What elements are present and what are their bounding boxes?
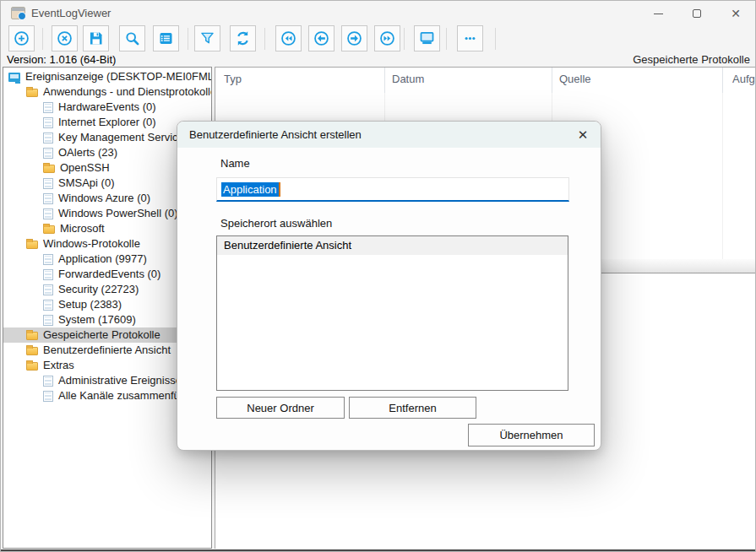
tree-item[interactable]: HardwareEvents (0) [3,100,211,115]
tree-item-label: Security (22723) [58,282,139,297]
window-bottom-border [1,549,755,551]
computer-icon [418,30,436,47]
toolbar-separator [42,28,43,50]
log-icon [43,193,53,204]
search-button[interactable] [119,25,145,51]
close-button[interactable]: ✕ [716,1,755,26]
column-header-quelle[interactable]: Quelle [559,73,591,85]
name-label: Name [220,157,250,170]
details-button[interactable] [153,25,179,51]
add-circle-icon [13,30,30,47]
tree-item-label: OAlerts (23) [58,145,117,160]
tree-item-label: ForwardedEvents (0) [58,267,160,282]
tree-item-label: Windows Azure (0) [58,191,150,206]
list-header: Typ Datum Quelle Aufgabenkategorie [215,68,756,93]
tree-item-label: Setup (2383) [58,297,122,312]
log-icon [43,102,53,113]
app-icon [11,7,25,19]
minimize-button[interactable] [639,1,677,26]
name-input[interactable]: Application [216,177,569,202]
folder-icon [26,332,38,340]
log-icon [43,117,53,128]
tree-item-label: System (17609) [58,312,136,327]
skip-forward-icon [378,30,396,47]
app-window: EventLogViewer ✕ [0,0,756,552]
more-icon [461,30,479,47]
toolbar-separator [404,28,405,50]
toolbar [1,25,755,53]
column-separator[interactable] [384,68,385,93]
log-icon [43,376,53,387]
status-row: Version: 1.016 (64-Bit) Gespeicherte Pro… [7,53,750,67]
maximize-button[interactable] [677,1,716,26]
log-icon [43,178,53,189]
version-label: Version: 1.016 (64-Bit) [7,53,116,66]
skip-forward-button[interactable] [374,25,400,51]
filter-button[interactable] [194,25,220,51]
window-title: EventLogViewer [31,7,111,19]
log-icon [43,133,53,143]
name-input-selected-text: Application [221,182,279,197]
tree-item-label: Windows-Protokolle [43,236,140,252]
tree-item-label: Application (9977) [58,252,147,267]
skip-back-button[interactable] [275,25,302,51]
dialog-title: Benutzerdefinierte Ansicht erstellen [189,128,362,141]
new-folder-button[interactable]: Neuer Ordner [216,397,345,419]
apply-button[interactable]: Übernehmen [468,424,595,446]
folder-icon [26,347,38,355]
tree-item-label: Benutzerdefinierte Ansicht [43,343,171,358]
tree-item-label: Microsoft [60,221,105,236]
refresh-icon [234,30,252,47]
refresh-button[interactable] [230,25,256,51]
skip-back-icon [280,30,297,47]
log-icon [43,269,53,280]
column-separator[interactable] [722,68,723,93]
folder-icon [26,362,38,371]
close-circle-icon [56,30,73,47]
log-icon [43,300,53,311]
tree-item-label: SMSApi (0) [58,176,114,191]
tree-item-label: HardwareEvents (0) [58,100,156,115]
more-button[interactable] [457,25,483,51]
log-icon [43,391,53,402]
close-log-button[interactable] [52,25,78,51]
save-button[interactable] [83,25,109,51]
column-separator[interactable] [552,68,552,93]
dialog-close-button[interactable]: ✕ [572,125,594,145]
toolbar-separator [446,28,447,50]
column-header-datum[interactable]: Datum [392,73,424,85]
tree-item[interactable]: Anwendungs - und Dienstprotokolle [3,84,211,100]
back-button[interactable] [308,25,334,51]
tree-item-label: Windows PowerShell (0) [58,206,178,221]
folder-icon [43,225,55,234]
log-icon [43,254,53,265]
forward-button[interactable] [341,25,367,51]
forward-icon [345,30,363,47]
toolbar-separator [188,28,188,50]
list-item[interactable]: Benutzerdefinierte Ansicht [217,236,568,255]
column-header-aufgabenkategorie[interactable]: Aufgabenkategorie [732,73,756,85]
tree-item-label: Extras [43,358,74,373]
location-label: Speicherort auswählen [220,217,332,230]
dialog-titlebar: Benutzerdefinierte Ansicht erstellen ✕ [177,122,601,148]
log-icon [43,208,53,219]
folder-icon [43,165,55,173]
location-listbox[interactable]: Benutzerdefinierte Ansicht [216,235,568,391]
toolbar-separator [264,28,265,50]
minimize-icon [654,14,663,14]
remove-button[interactable]: Entfernen [349,397,476,419]
tree-item-label: Ereignisanzeige (DESKTOP-MEI0FML) [25,69,212,84]
column-gridline [722,93,723,259]
log-icon [43,148,53,159]
column-header-typ[interactable]: Typ [224,73,242,85]
folder-icon [26,89,38,97]
search-icon [123,30,141,47]
tree-item[interactable]: Ereignisanzeige (DESKTOP-MEI0FML) [3,69,211,84]
tree-item-label: OpenSSH [60,160,110,176]
save-icon [87,30,105,47]
monitor-icon [8,73,20,82]
open-add-button[interactable] [8,25,35,51]
computer-button[interactable] [414,25,440,51]
log-icon [43,315,53,326]
back-icon [313,30,330,47]
